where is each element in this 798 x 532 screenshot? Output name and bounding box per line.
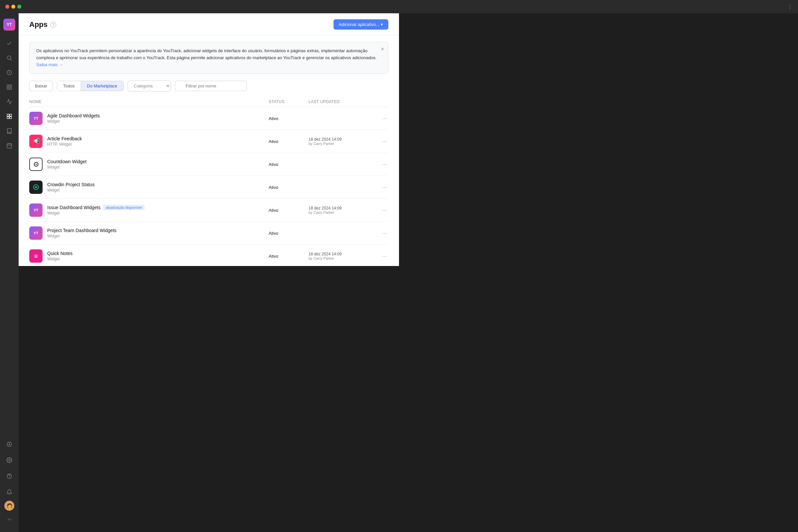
app-details: Issue Dashboard Widgets atualização disp… xyxy=(47,205,145,215)
table-row: YT Project Team Dashboard Widgets Widget… xyxy=(29,222,388,245)
app-details: Crowdin Project Status Widget xyxy=(47,182,94,192)
col-actions xyxy=(375,99,388,104)
last-updated-by: by Carry Parker xyxy=(308,256,375,260)
app-row-menu-button[interactable]: ··· xyxy=(375,115,388,122)
page-title: Apps xyxy=(29,20,48,29)
filter-marketplace-button[interactable]: Do Marketplace xyxy=(81,81,124,91)
maximize-button[interactable] xyxy=(17,5,21,8)
filter-all-button[interactable]: Todos xyxy=(57,81,81,91)
app-last-updated: 18 dez 2024 14:09 by Carry Parker xyxy=(308,206,375,214)
table-row: YT Issue Dashboard Widgets atualização d… xyxy=(29,199,388,222)
close-button[interactable] xyxy=(5,5,9,8)
app-info: YT Agile Dashboard Widgets Widget xyxy=(29,112,269,125)
traffic-lights xyxy=(5,5,21,8)
svg-point-0 xyxy=(7,56,11,59)
table-row: Crowdin Project Status Widget Ativo ··· xyxy=(29,176,388,199)
app-status: Ativo xyxy=(269,208,308,213)
apps-list: YT Agile Dashboard Widgets Widget Ativo … xyxy=(29,107,388,266)
page-title-row: Apps ? xyxy=(29,20,56,29)
app-details: Quick Notes Widget xyxy=(47,251,73,261)
app-info: ⊙ Countdown Widget Widget xyxy=(29,158,269,171)
page-header: Apps ? Adicionar aplicativo... ▾ xyxy=(19,13,399,35)
app-details: Project Team Dashboard Widgets Widget xyxy=(47,228,116,239)
app-name: Project Team Dashboard Widgets xyxy=(47,228,116,233)
info-banner-text: Os aplicativos no YouTrack permitem pers… xyxy=(36,48,377,60)
app-info: YT Issue Dashboard Widgets atualização d… xyxy=(29,204,269,217)
svg-rect-9 xyxy=(7,117,9,119)
app-type: HTTP, Widget xyxy=(47,142,82,147)
app-row-menu-button[interactable]: ··· xyxy=(375,184,388,191)
app-name: Issue Dashboard Widgets atualização disp… xyxy=(47,205,145,210)
app-status: Ativo xyxy=(269,162,308,167)
sidebar-item-time[interactable] xyxy=(3,139,16,152)
svg-rect-11 xyxy=(7,144,12,148)
app-type: Widget xyxy=(47,188,94,192)
app-details: Agile Dashboard Widgets Widget xyxy=(47,113,100,124)
last-updated-by: by Carry Parker xyxy=(308,141,375,146)
main-content: Apps ? Adicionar aplicativo... ▾ Os apli… xyxy=(19,13,399,266)
table-row: 📢 Article Feedback HTTP, Widget Ativo 18… xyxy=(29,130,388,153)
search-wrapper: 🔍 xyxy=(175,81,388,91)
app-type: Widget xyxy=(47,165,87,170)
app-last-updated: 18 dez 2024 14:09 by Carry Parker xyxy=(308,252,375,260)
info-banner-close-button[interactable]: × xyxy=(381,46,384,52)
col-last-updated: Last Updated xyxy=(308,99,375,104)
sidebar-item-board[interactable] xyxy=(3,80,16,94)
app-type: Widget xyxy=(47,234,116,239)
app-name: Quick Notes xyxy=(47,251,73,256)
col-name: Nome xyxy=(29,99,269,104)
svg-rect-3 xyxy=(7,85,8,87)
page-help-icon[interactable]: ? xyxy=(50,22,56,27)
app-row-menu-button[interactable]: ··· xyxy=(375,207,388,214)
app-info: 📢 Article Feedback HTTP, Widget xyxy=(29,135,269,148)
sidebar-item-search[interactable] xyxy=(3,51,16,64)
sidebar-item-knowledge[interactable] xyxy=(3,125,16,138)
app-name: Agile Dashboard Widgets xyxy=(47,113,100,118)
filter-group: Todos Do Marketplace xyxy=(57,81,124,91)
title-bar: ⋮ xyxy=(0,0,399,13)
info-banner-link[interactable]: Saiba mais → xyxy=(36,62,63,67)
app-info: ≡ Quick Notes Widget xyxy=(29,249,269,263)
app-row-menu-button[interactable]: ··· xyxy=(375,253,388,260)
app-details: Countdown Widget Widget xyxy=(47,159,87,170)
app-status: Ativo xyxy=(269,116,308,121)
svg-rect-4 xyxy=(10,85,12,87)
table-row: YT Agile Dashboard Widgets Widget Ativo … xyxy=(29,107,388,130)
sidebar: YT 🧑 >> xyxy=(0,0,19,266)
app-logo[interactable]: YT xyxy=(3,19,15,31)
info-banner: Os aplicativos no YouTrack permitem pers… xyxy=(29,42,388,74)
app-status: Ativo xyxy=(269,231,308,236)
app-row-menu-button[interactable]: ··· xyxy=(375,230,388,237)
add-app-button[interactable]: Adicionar aplicativo... ▾ xyxy=(334,19,388,30)
app-status: Ativo xyxy=(269,139,308,144)
app-name: Countdown Widget xyxy=(47,159,87,164)
search-input[interactable] xyxy=(175,81,247,91)
sidebar-item-issues[interactable] xyxy=(3,37,16,50)
svg-rect-5 xyxy=(7,88,8,90)
last-updated-date: 18 dez 2024 14:09 xyxy=(308,206,375,210)
last-updated-date: 18 dez 2024 14:09 xyxy=(308,252,375,256)
app-row-menu-button[interactable]: ··· xyxy=(375,138,388,145)
app-name: Article Feedback xyxy=(47,136,82,141)
table-row: ≡ Quick Notes Widget Ativo 18 dez 2024 1… xyxy=(29,245,388,266)
svg-rect-8 xyxy=(10,114,12,116)
app-status: Ativo xyxy=(269,185,308,190)
app-name: Crowdin Project Status xyxy=(47,182,94,187)
last-updated-by: by Carry Parker xyxy=(308,210,375,214)
sidebar-item-widgets[interactable] xyxy=(3,110,16,123)
app-status: Ativo xyxy=(269,254,308,259)
app-row-menu-button[interactable]: ··· xyxy=(375,161,388,168)
sidebar-item-reports[interactable] xyxy=(3,95,16,108)
app-type: Widget xyxy=(47,211,145,215)
download-button[interactable]: Baixar xyxy=(29,81,53,91)
app-last-updated: 18 dez 2024 14:09 by Carry Parker xyxy=(308,137,375,146)
table-row: ⊙ Countdown Widget Widget Ativo ··· xyxy=(29,153,388,176)
svg-rect-7 xyxy=(7,114,9,116)
apps-table-wrap: Nome Status Last Updated YT Agile Dashbo… xyxy=(19,97,399,266)
table-header: Nome Status Last Updated xyxy=(29,97,388,107)
app-badge: atualização disponível xyxy=(103,205,144,210)
category-select[interactable]: Categoria xyxy=(128,80,171,92)
sidebar-item-history[interactable] xyxy=(3,66,16,79)
minimize-button[interactable] xyxy=(11,5,15,8)
app-type: Widget xyxy=(47,119,100,124)
